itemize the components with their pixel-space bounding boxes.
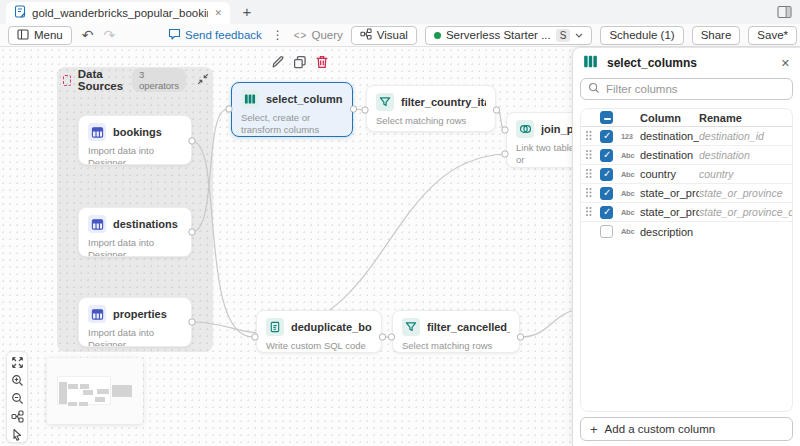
- delete-node-icon[interactable]: [315, 55, 329, 73]
- table-icon: [88, 123, 106, 141]
- string-type-icon: Abc: [621, 170, 640, 179]
- node-properties[interactable]: properties Import data into Designer: [78, 297, 192, 347]
- minimap[interactable]: [47, 358, 143, 424]
- filter-icon: [376, 93, 394, 111]
- column-row[interactable]: Abc destination destination: [581, 146, 792, 165]
- tab-gold-wanderbricks[interactable]: gold_wanderbricks_popular_bookings ✕: [6, 2, 230, 24]
- schedule-button[interactable]: Schedule (1): [600, 26, 683, 45]
- column-checkbox[interactable]: [600, 130, 613, 143]
- zoom-in-icon[interactable]: [11, 373, 24, 391]
- string-type-icon: Abc: [621, 189, 640, 198]
- drag-handle-icon[interactable]: [585, 165, 600, 183]
- panel-title: select_columns: [607, 56, 697, 70]
- select-columns-panel: select_columns ✕ Column Rename 123 desti…: [572, 47, 800, 446]
- table-icon: [88, 305, 106, 323]
- rename-cell[interactable]: state_or_province_c...: [699, 206, 792, 218]
- column-row[interactable]: Abc state_or_provinc... state_or_provinc…: [581, 203, 792, 222]
- string-type-icon: Abc: [621, 227, 640, 236]
- column-row[interactable]: Abc country country: [581, 165, 792, 184]
- canvas-tools: [6, 351, 28, 443]
- join-icon: [516, 120, 534, 138]
- code-icon: <>: [294, 30, 308, 41]
- column-checkbox[interactable]: [600, 168, 613, 181]
- zoom-out-icon[interactable]: [11, 391, 24, 409]
- edge-select-filteritaly[interactable]: [353, 109, 365, 110]
- columns-icon: [241, 90, 259, 108]
- column-checkbox[interactable]: [600, 225, 613, 238]
- add-custom-column-button[interactable]: + Add a custom column: [580, 417, 793, 441]
- rename-cell[interactable]: country: [699, 168, 792, 180]
- group-operator-count-badge: 3 operators: [132, 68, 186, 92]
- numeric-type-icon: 123: [621, 132, 640, 141]
- sql-icon: [266, 318, 284, 336]
- group-title: Data Sources: [78, 68, 125, 92]
- edge-properties-join[interactable]: [192, 154, 505, 333]
- toolbar: Menu ↶ ↷ Send feedback ⋮ <> Query Visual…: [0, 24, 800, 47]
- edit-node-icon[interactable]: [271, 55, 285, 73]
- redo-icon[interactable]: ↷: [104, 27, 116, 43]
- query-file-icon: [14, 4, 26, 22]
- rename-cell[interactable]: destination_id: [699, 130, 792, 142]
- rename-cell[interactable]: state_or_province: [699, 187, 792, 199]
- drag-handle-icon[interactable]: [585, 146, 600, 164]
- duplicate-node-icon[interactable]: [293, 55, 307, 73]
- warehouse-size-badge: S: [556, 29, 571, 42]
- fit-to-screen-icon[interactable]: [11, 355, 24, 373]
- panel-close-icon[interactable]: ✕: [781, 57, 790, 70]
- group-dashed-icon: [63, 75, 71, 86]
- feedback-bubble-icon: [168, 28, 181, 42]
- column-checkbox[interactable]: [600, 149, 613, 162]
- drag-handle-icon[interactable]: [585, 203, 600, 221]
- tab-strip: gold_wanderbricks_popular_bookings ✕ +: [0, 0, 800, 24]
- drag-handle-icon[interactable]: [585, 127, 600, 145]
- edge-filteritaly-join[interactable]: [496, 110, 505, 130]
- column-row[interactable]: Abc state_or_province state_or_province: [581, 184, 792, 203]
- plus-icon: +: [590, 422, 598, 437]
- column-checkbox[interactable]: [600, 206, 613, 219]
- columns-icon: [583, 54, 598, 73]
- side-panel-toggle-icon[interactable]: [777, 5, 792, 23]
- column-row[interactable]: Abc description: [581, 222, 792, 241]
- node-destinations[interactable]: destinations Import data into Designer: [78, 207, 192, 257]
- save-button[interactable]: Save*: [748, 26, 797, 45]
- query-mode-toggle[interactable]: <> Query: [294, 29, 343, 41]
- string-type-icon: Abc: [621, 151, 640, 160]
- drag-handle-icon[interactable]: [585, 184, 600, 202]
- table-icon: [88, 215, 106, 233]
- column-row[interactable]: 123 destination_id destination_id: [581, 127, 792, 146]
- tab-title: gold_wanderbricks_popular_bookings: [32, 7, 208, 19]
- menu-icon: [17, 29, 29, 42]
- node-deduplicate-bookings[interactable]: deduplicate_bookings Write custom SQL co…: [256, 310, 382, 353]
- undo-icon[interactable]: ↶: [82, 27, 94, 43]
- visual-graph-icon: [360, 28, 372, 42]
- node-select-columns[interactable]: select_columns Select, create or transfo…: [231, 82, 353, 137]
- string-type-icon: Abc: [621, 208, 640, 217]
- rename-cell[interactable]: destination: [699, 149, 792, 161]
- auto-layout-icon[interactable]: [11, 409, 24, 427]
- node-bookings[interactable]: bookings Import data into Designer: [78, 115, 192, 165]
- filter-columns-search[interactable]: [580, 78, 793, 100]
- node-filter-cancelled-bookings[interactable]: filter_cancelled_bookin... Select matchi…: [392, 310, 520, 353]
- kebab-menu-icon[interactable]: ⋮: [270, 28, 286, 42]
- warehouse-status-icon: [434, 32, 441, 39]
- send-feedback-link[interactable]: Send feedback: [168, 28, 262, 42]
- collapse-group-icon[interactable]: [197, 71, 209, 89]
- menu-button[interactable]: Menu: [8, 26, 72, 45]
- pointer-icon[interactable]: [11, 427, 23, 445]
- columns-table-header: Column Rename: [581, 109, 792, 127]
- chevron-down-icon: [575, 29, 583, 41]
- search-icon: [588, 80, 600, 98]
- warehouse-selector[interactable]: Serverless Starter ... S: [425, 26, 592, 45]
- select-all-checkbox[interactable]: [600, 111, 613, 124]
- column-checkbox[interactable]: [600, 187, 613, 200]
- node-filter-country-italy[interactable]: filter_country_italy Select matching row…: [366, 85, 496, 132]
- share-button[interactable]: Share: [692, 26, 741, 45]
- search-input[interactable]: [606, 83, 785, 95]
- new-tab-button[interactable]: +: [238, 3, 256, 21]
- columns-table: Column Rename 123 destination_id destina…: [580, 108, 793, 412]
- filter-icon: [402, 318, 420, 336]
- tab-close-icon[interactable]: ✕: [214, 8, 222, 18]
- visual-mode-toggle[interactable]: Visual: [351, 26, 417, 45]
